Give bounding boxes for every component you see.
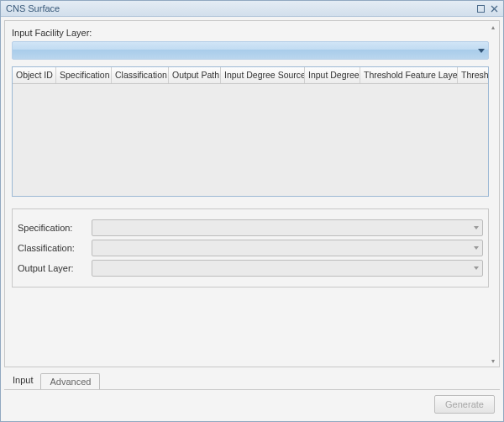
col-input-degree[interactable]: Input Degree	[305, 67, 360, 83]
col-classification[interactable]: Classification	[112, 67, 169, 83]
input-facility-label: Input Facility Layer:	[12, 28, 489, 38]
row-classification: Classification:	[18, 240, 483, 256]
classification-label: Classification:	[18, 243, 92, 253]
row-specification: Specification:	[18, 219, 483, 236]
col-specification[interactable]: Specification	[56, 67, 112, 83]
window-root: CNS Surface ▴ Input Facility Layer: Obje…	[0, 0, 504, 422]
col-threshold-layer[interactable]: Threshold Feature Layer	[360, 67, 458, 83]
main-panel: ▴ Input Facility Layer: Object ID Specif…	[4, 20, 500, 367]
close-icon[interactable]	[488, 3, 500, 14]
scroll-down-icon[interactable]: ▾	[489, 356, 497, 365]
footer: Generate	[4, 389, 500, 418]
col-output-path[interactable]: Output Path	[169, 67, 221, 83]
input-facility-dropdown[interactable]	[12, 41, 489, 60]
specification-dropdown[interactable]	[92, 219, 483, 236]
tab-advanced[interactable]: Advanced	[40, 373, 100, 390]
tab-input[interactable]: Input	[4, 372, 41, 389]
col-input-degree-source[interactable]: Input Degree Source	[221, 67, 305, 83]
classification-dropdown[interactable]	[92, 240, 483, 256]
output-layer-dropdown[interactable]	[92, 260, 483, 277]
maximize-icon[interactable]	[475, 3, 486, 14]
specification-label: Specification:	[18, 223, 92, 233]
tab-bar: Input Advanced	[4, 371, 500, 389]
chevron-down-icon	[474, 266, 479, 270]
grid-body	[13, 84, 488, 196]
generate-button[interactable]: Generate	[434, 395, 495, 414]
row-output-layer: Output Layer:	[18, 260, 483, 277]
data-grid[interactable]: Object ID Specification Classification O…	[12, 66, 489, 197]
form-area: Specification: Classification: Output La…	[12, 208, 489, 287]
chevron-down-icon	[478, 49, 485, 53]
titlebar: CNS Surface	[1, 1, 503, 17]
scroll-up-icon[interactable]: ▴	[489, 23, 497, 31]
svg-rect-0	[477, 5, 484, 12]
window-title: CNS Surface	[6, 3, 473, 13]
output-layer-label: Output Layer:	[18, 263, 92, 273]
grid-header: Object ID Specification Classification O…	[13, 67, 488, 84]
chevron-down-icon	[474, 226, 479, 229]
chevron-down-icon	[474, 246, 479, 250]
col-object-id[interactable]: Object ID	[13, 67, 56, 83]
col-threshold-id[interactable]: Threshold Feature ID	[458, 67, 488, 83]
